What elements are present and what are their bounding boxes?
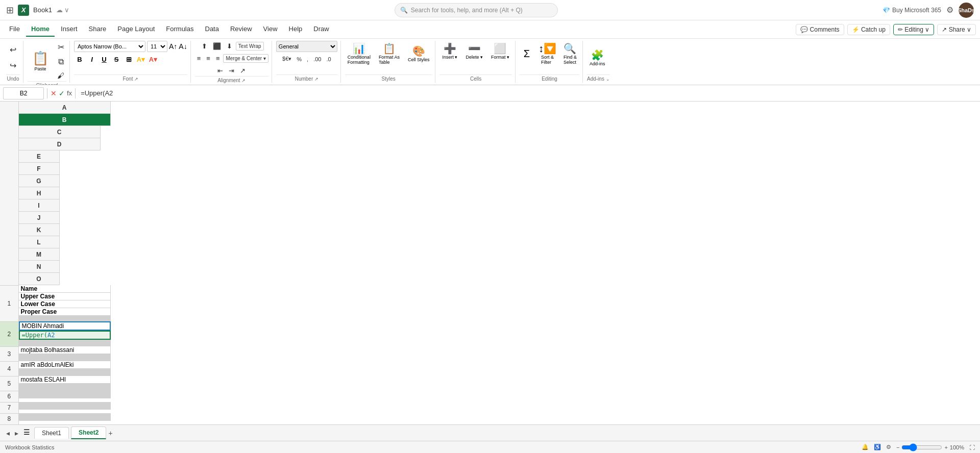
border-button[interactable]: ⊞ xyxy=(123,54,134,65)
autosave-icon[interactable]: ☁ ∨ xyxy=(56,6,70,14)
tab-draw[interactable]: Draw xyxy=(308,22,334,37)
cut-button[interactable]: ✂ xyxy=(55,41,66,54)
increase-decimal-button[interactable]: .00 xyxy=(311,55,323,64)
percent-button[interactable]: % xyxy=(295,55,304,64)
grid-scroll-container[interactable]: A B C D E F G H I J K L M N O xyxy=(0,102,980,424)
italic-button[interactable]: I xyxy=(86,54,97,65)
catchup-button[interactable]: ⚡ Catch up xyxy=(847,24,890,35)
col-header-L[interactable]: L xyxy=(19,236,60,248)
merge-center-button[interactable]: Merge & Center ▾ xyxy=(223,54,268,63)
tab-review[interactable]: Review xyxy=(225,22,257,37)
strikethrough-button[interactable]: S xyxy=(111,54,122,65)
row-header-6[interactable]: 6 xyxy=(0,391,18,402)
share-button[interactable]: ↗ Share ∨ xyxy=(937,24,976,35)
align-left-button[interactable]: ≡ xyxy=(195,53,203,64)
row-header-3[interactable]: 3 xyxy=(0,346,18,361)
font-color-button[interactable]: A▾ xyxy=(148,54,159,65)
settings-status-icon[interactable]: ⚙ xyxy=(886,444,891,450)
zoom-in-icon[interactable]: + xyxy=(944,444,947,450)
indent-decrease-button[interactable]: ⇤ xyxy=(215,65,225,76)
font-size-select[interactable]: 11 xyxy=(147,41,167,52)
editing-button[interactable]: ✏ Editing ∨ xyxy=(893,24,934,35)
fullscreen-icon[interactable]: ⛶ xyxy=(969,444,975,450)
align-middle-button[interactable]: ⬛ xyxy=(211,41,223,52)
col-header-H[interactable]: H xyxy=(19,187,60,199)
tab-data[interactable]: Data xyxy=(200,22,224,37)
cell-reference-input[interactable] xyxy=(3,87,44,99)
workbook-stats[interactable]: Workbook Statistics xyxy=(5,444,54,450)
cell-A4[interactable]: amIR aBdoLmAlEki xyxy=(19,361,111,369)
col-header-G[interactable]: G xyxy=(19,175,60,187)
col-header-N[interactable]: N xyxy=(19,261,60,273)
row-header-2[interactable]: 2 xyxy=(0,321,18,346)
sort-filter-button[interactable]: ↕🔽 Sort &Filter xyxy=(536,41,559,66)
orientation-button[interactable]: ↗ xyxy=(238,65,248,76)
format-button[interactable]: ⬜ Format ▾ xyxy=(488,41,512,61)
formula-input[interactable] xyxy=(79,89,977,97)
font-expand-icon[interactable]: ↗ xyxy=(134,77,138,82)
tab-help[interactable]: Help xyxy=(284,22,308,37)
underline-button[interactable]: U xyxy=(99,54,110,65)
zoom-control[interactable]: − + 100% xyxy=(896,443,964,451)
search-bar[interactable]: 🔍 Search for tools, help, and more (Alt … xyxy=(395,3,558,17)
font-shrink-icon[interactable]: A↓ xyxy=(179,42,187,51)
align-top-button[interactable]: ⬆ xyxy=(200,41,209,52)
cell-A1[interactable]: Name xyxy=(19,285,111,293)
insert-function-icon[interactable]: fx xyxy=(67,89,72,97)
align-right-button[interactable]: ≡ xyxy=(214,53,222,64)
tab-formulas[interactable]: Formulas xyxy=(161,22,199,37)
cell-A2[interactable]: MOBIN Ahmadi xyxy=(19,321,111,331)
tab-view[interactable]: View xyxy=(258,22,283,37)
col-header-B[interactable]: B xyxy=(19,114,111,126)
undo-button[interactable]: ↩ xyxy=(8,43,18,56)
col-header-C[interactable]: C xyxy=(19,126,101,138)
notification-icon[interactable]: 🔔 xyxy=(862,444,869,450)
comments-button[interactable]: 💬 Comments xyxy=(796,24,844,35)
paste-button[interactable]: 📋 Paste xyxy=(28,48,53,73)
comma-button[interactable]: , xyxy=(305,55,310,64)
bold-button[interactable]: B xyxy=(74,54,85,65)
wrap-text-button[interactable]: Text Wrap xyxy=(236,42,264,51)
row-header-8[interactable]: 8 xyxy=(0,413,18,424)
row-header-5[interactable]: 5 xyxy=(0,376,18,391)
sheet-list-icon[interactable]: ☰ xyxy=(23,428,30,438)
fill-color-button[interactable]: A▾ xyxy=(135,54,146,65)
tab-insert[interactable]: Insert xyxy=(56,22,83,37)
addins-expand-icon[interactable]: ⌄ xyxy=(606,77,610,82)
col-header-E[interactable]: E xyxy=(19,150,60,163)
sheet-tab-sheet1[interactable]: Sheet1 xyxy=(34,427,69,439)
cell-C1[interactable]: Lower Case xyxy=(19,300,111,308)
avatar[interactable]: ShaDs xyxy=(959,3,974,18)
delete-button[interactable]: ➖ Delete ▾ xyxy=(463,41,485,61)
format-painter-button[interactable]: 🖌 xyxy=(55,70,66,81)
find-select-button[interactable]: 🔍 Find &Select xyxy=(561,41,579,66)
conditional-formatting-button[interactable]: 📊 ConditionalFormatting xyxy=(345,41,373,66)
tab-home[interactable]: Home xyxy=(26,22,55,37)
col-header-F[interactable]: F xyxy=(19,163,60,175)
sheet-nav-right-btn[interactable]: ▸ xyxy=(13,428,20,438)
confirm-formula-icon[interactable]: ✓ xyxy=(59,89,65,97)
number-expand-icon[interactable]: ↗ xyxy=(314,77,318,82)
cell-A5[interactable]: mostafa ESLAHI xyxy=(19,376,111,384)
number-format-select[interactable]: General Number Currency Short Date Long … xyxy=(276,41,337,52)
apps-icon[interactable]: ⊞ xyxy=(6,5,14,16)
tab-page-layout[interactable]: Page Layout xyxy=(112,22,160,37)
cell-B1[interactable]: Upper Case xyxy=(19,293,111,300)
sheet-nav-left-btn[interactable]: ◂ xyxy=(4,428,12,438)
cell-B2[interactable]: =Upper(A2 xyxy=(19,331,111,340)
cancel-formula-icon[interactable]: ✕ xyxy=(51,89,57,97)
col-header-J[interactable]: J xyxy=(19,212,60,224)
redo-button[interactable]: ↪ xyxy=(8,59,18,72)
decrease-decimal-button[interactable]: .0 xyxy=(324,55,333,64)
align-bottom-button[interactable]: ⬇ xyxy=(225,41,234,52)
format-as-table-button[interactable]: 📋 Format AsTable xyxy=(376,41,402,66)
add-sheet-icon[interactable]: + xyxy=(108,429,112,437)
zoom-slider[interactable] xyxy=(901,443,942,451)
row-header-7[interactable]: 7 xyxy=(0,402,18,413)
addins-button[interactable]: 🧩 Add-ins xyxy=(587,47,608,68)
copy-button[interactable]: ⧉ xyxy=(55,56,66,68)
alignment-expand-icon[interactable]: ↗ xyxy=(241,78,246,83)
col-header-I[interactable]: I xyxy=(19,199,60,212)
indent-increase-button[interactable]: ⇥ xyxy=(227,65,236,76)
cell-A3[interactable]: mojtaba Bolhassani xyxy=(19,346,111,354)
